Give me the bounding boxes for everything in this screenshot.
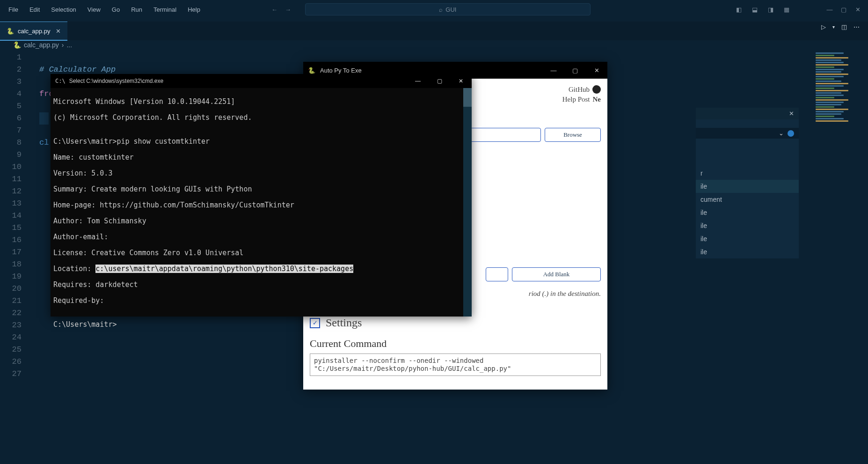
side-panel-header: ✕	[696, 108, 799, 119]
list-item[interactable]: ile	[696, 180, 799, 193]
current-command-box[interactable]: pyinstaller --noconfirm --onedir --windo…	[310, 354, 601, 376]
more-icon[interactable]: ⋯	[853, 23, 860, 30]
cmd-body[interactable]: Microsoft Windows [Version 10.0.19044.22…	[51, 88, 472, 317]
cmd-line: Home-page: https://github.com/TomSchiman…	[53, 201, 469, 209]
menu-selection[interactable]: Selection	[45, 3, 81, 16]
tab-bar: 🐍 calc_app.py ✕	[0, 22, 868, 40]
line-num: 24	[0, 331, 22, 344]
line-num: 18	[0, 258, 22, 271]
line-num: 1	[0, 52, 22, 64]
help-link[interactable]: Help Post	[562, 96, 590, 103]
maximize-icon[interactable]: ▢	[429, 74, 450, 88]
menu-view[interactable]: View	[82, 3, 106, 16]
breadcrumb-file[interactable]: calc_app.py	[24, 41, 59, 49]
line-num: 3	[0, 76, 22, 88]
scrollbar-thumb[interactable]	[463, 88, 472, 107]
list-item[interactable]: ile	[696, 232, 799, 245]
tab-label: calc_app.py	[18, 28, 50, 35]
line-num: 4	[0, 88, 22, 100]
line-gutter: 1 2 3 4 5 6 7 8 9 10 11 12 13 14 15 16 1…	[0, 52, 30, 380]
cmd-line: License: Creative Commons Zero v1.0 Univ…	[53, 249, 469, 257]
line-num: 15	[0, 222, 22, 234]
tab-close-icon[interactable]: ✕	[56, 28, 61, 35]
search-icon: ⌕	[439, 6, 443, 13]
menu-go[interactable]: Go	[106, 3, 125, 16]
breadcrumb-tail[interactable]: ...	[66, 41, 72, 49]
python-icon: 🐍	[7, 28, 14, 35]
line-num: 10	[0, 161, 22, 173]
line-num: 9	[0, 149, 22, 161]
menu-terminal[interactable]: Terminal	[148, 3, 182, 16]
layout-grid-icon[interactable]: ▦	[780, 4, 793, 15]
maximize-icon[interactable]: ▢	[564, 62, 586, 79]
minimize-icon[interactable]: —	[407, 74, 429, 88]
menu-edit[interactable]: Edit	[24, 3, 45, 16]
layout-left-icon[interactable]: ◧	[732, 4, 745, 15]
split-icon[interactable]: ◫	[841, 23, 847, 30]
run-icon[interactable]: ▷	[821, 23, 826, 30]
line-num: 6	[0, 112, 22, 125]
cmd-line: Author-email:	[53, 233, 469, 241]
browse-button[interactable]: Browse	[545, 128, 601, 142]
blank-input[interactable]	[486, 267, 508, 281]
close-icon[interactable]: ✕	[586, 62, 607, 79]
cmd-selection: c:\users\maitr\appdata\roaming\python\py…	[95, 265, 353, 273]
cursor-line	[39, 112, 49, 125]
line-num: 23	[0, 319, 22, 331]
chevron-down-icon[interactable]: ▾	[832, 24, 835, 29]
line-num: 26	[0, 356, 22, 368]
list-item[interactable]: ile	[696, 245, 799, 258]
panel-close-icon[interactable]: ✕	[789, 110, 794, 117]
list-item[interactable]: ile	[696, 206, 799, 219]
close-icon[interactable]: ✕	[450, 74, 472, 88]
tab-calc-app[interactable]: 🐍 calc_app.py ✕	[0, 22, 67, 40]
layout-right-icon[interactable]: ◨	[764, 4, 777, 15]
python-icon: 🐍	[308, 67, 315, 74]
cmd-line: C:\Users\maitr>pip show customtkinter	[53, 138, 469, 146]
title-search[interactable]: ⌕ GUI	[305, 3, 591, 15]
cmd-line: C:\Users\maitr>	[53, 321, 469, 329]
chevron-down-icon[interactable]: ⌄	[779, 130, 784, 137]
apy-ne: Ne	[593, 96, 601, 103]
nav-fwd-icon[interactable]: →	[285, 6, 291, 13]
cmd-window: C:\ Select C:\windows\system32\cmd.exe —…	[51, 74, 472, 317]
add-blank-button[interactable]: Add Blank	[512, 267, 601, 281]
title-search-text: GUI	[445, 6, 456, 13]
line-num: 12	[0, 185, 22, 198]
cmd-window-controls: — ▢ ✕	[407, 74, 472, 88]
list-item[interactable]: ile	[696, 219, 799, 232]
line-num: 27	[0, 368, 22, 380]
chevron-right-icon: ›	[62, 41, 64, 49]
line-num: 7	[0, 125, 22, 137]
github-link[interactable]: GitHub	[569, 86, 590, 94]
github-icon	[592, 85, 601, 94]
side-panel-search[interactable]: ⌄	[696, 128, 799, 139]
list-item[interactable]: cument	[696, 193, 799, 206]
menu-help[interactable]: Help	[182, 3, 206, 16]
line-num: 17	[0, 246, 22, 258]
cmd-line: Location: c:\users\maitr\appdata\roaming…	[53, 265, 469, 273]
apy-window-controls: — ▢ ✕	[543, 62, 607, 79]
line-num: 16	[0, 234, 22, 246]
minimize-icon[interactable]: —	[823, 4, 836, 15]
cmd-titlebar[interactable]: C:\ Select C:\windows\system32\cmd.exe —…	[51, 74, 472, 88]
close-icon[interactable]: ✕	[851, 4, 864, 15]
line-num: 11	[0, 173, 22, 185]
layout-controls: ◧ ⬓ ◨ ▦	[732, 4, 793, 15]
nav-back-icon[interactable]: ←	[271, 6, 277, 13]
list-item[interactable]: r	[696, 167, 799, 180]
line-num: 19	[0, 271, 22, 283]
cmd-scrollbar[interactable]	[463, 88, 472, 317]
cmd-line: Name: customtkinter	[53, 154, 469, 162]
line-num: 21	[0, 295, 22, 307]
editor-toolbar: ▷ ▾ ◫ ⋯	[821, 23, 860, 30]
help-icon[interactable]	[788, 130, 794, 137]
maximize-icon[interactable]: ▢	[837, 4, 850, 15]
cmd-line: Author: Tom Schimansky	[53, 217, 469, 225]
line-num: 2	[0, 64, 22, 76]
menu-file[interactable]: File	[3, 3, 24, 16]
minimize-icon[interactable]: —	[543, 62, 564, 79]
menu-run[interactable]: Run	[125, 3, 148, 16]
layout-bottom-icon[interactable]: ⬓	[748, 4, 761, 15]
minimap[interactable]	[816, 52, 862, 192]
